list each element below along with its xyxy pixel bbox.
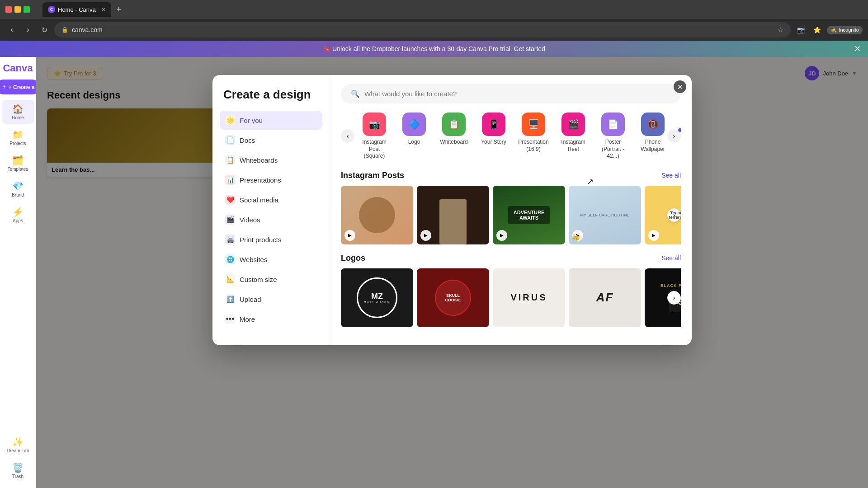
close-window-button[interactable] [5,6,12,13]
whiteboards-label: Whiteboards [240,156,278,164]
modal-nav-custom-size[interactable]: 📐 Custom size [220,270,322,289]
logos-see-all-button[interactable]: See all [661,254,681,262]
modal-nav-more[interactable]: ••• More [220,310,322,328]
minimize-window-button[interactable] [14,6,21,13]
camera-icon[interactable]: 📷 [794,23,807,36]
modal-overlay[interactable]: ✕ Create a design 🌟 For you 📄 Docs 📋 Whi [36,57,868,488]
websites-label: Websites [240,256,267,263]
tab-favicon: C [48,6,55,13]
quick-icon-instagram-square[interactable]: 📷 Instagram Post (Square) [354,113,394,160]
template-card-ig4[interactable]: MY SELF CARE ROUTINE ▶ 👑 [569,186,641,244]
sidebar-item-brand[interactable]: 💎 Brand [2,177,34,201]
template-card-ig3[interactable]: ADVENTUREAWAITS ▶ [493,186,565,244]
sidebar-item-projects[interactable]: 📁 Projects [2,126,34,150]
card-img-logo2: SKULLCOOKIE [417,268,489,327]
modal-nav-videos[interactable]: 🎬 Videos [220,210,322,229]
logos-header: Logos See all [341,253,681,263]
template-card-ig5[interactable]: Try out ourterrarium kit ▶ [645,186,681,244]
new-tab-button[interactable]: + [113,4,125,15]
bookmark-icon[interactable]: ☆ [778,26,783,33]
whiteboard-label: Whiteboard [440,139,467,146]
maximize-window-button[interactable] [24,6,30,13]
template-card-logo4[interactable]: AF [569,268,641,327]
play-button-ig3[interactable]: ▶ [496,230,507,241]
instagram-posts-see-all-button[interactable]: See all [661,172,681,179]
whiteboard-icon: 📋 [442,113,466,136]
back-button[interactable]: ‹ [5,23,18,36]
sidebar-projects-label: Projects [9,141,26,146]
sidebar-apps-label: Apps [13,218,23,223]
template-card-ig2[interactable]: ▶ [417,186,489,244]
modal-nav-print[interactable]: 🖨️ Print products [220,230,322,249]
forward-button[interactable]: › [22,23,34,36]
address-bar[interactable]: 🔒 canva.com ☆ [54,22,791,38]
modal-nav-websites[interactable]: 🌐 Websites [220,250,322,269]
modal-nav-presentations[interactable]: 📊 Presentations [220,170,322,189]
logos-section: Logos See all MZ MATT ZHANG [341,253,681,327]
quick-icon-presentation[interactable]: 🖥️ Presentation (16:9) [514,113,553,160]
modal-nav-docs[interactable]: 📄 Docs [220,131,322,150]
quick-icon-whiteboard[interactable]: 📋 Whiteboard [434,113,474,160]
sidebar-item-home[interactable]: 🏠 Home [2,100,34,124]
template-card-logo1[interactable]: MZ MATT ZHANG [341,268,413,327]
websites-icon: 🌐 [225,254,235,264]
quick-icons-row: ‹ 📷 Instagram Post (Square) 🔷 [341,113,681,160]
modal-nav-whiteboards[interactable]: 📋 Whiteboards [220,150,322,169]
tab-close-icon[interactable]: ✕ [101,6,106,13]
sidebar-brand-label: Brand [12,192,24,197]
logos-scroll-right-button[interactable]: › [667,291,681,305]
quick-icons-next-button[interactable]: › [667,129,681,143]
lock-icon: 🔒 [61,27,68,33]
refresh-button[interactable]: ↻ [38,23,51,36]
active-tab[interactable]: C Home - Canva ✕ [42,2,111,17]
videos-icon: 🎬 [225,215,235,225]
modal-nav-upload[interactable]: ⬆️ Upload [220,290,322,309]
brand-icon: 💎 [12,181,24,192]
template-card-logo3[interactable]: VIRUS [493,268,565,327]
quick-icon-instagram-reel[interactable]: 🎬 Instagram Reel [553,113,593,160]
quick-icon-logo[interactable]: 🔷 Logo [394,113,434,160]
nav-icons: 📷 ⭐ 🕵️ Incognito [794,23,863,36]
modal-nav-social-media[interactable]: ❤️ Social media [220,190,322,209]
sidebar-item-templates[interactable]: 🗂️ Templates [2,151,34,175]
sidebar-item-apps[interactable]: ⚡ Apps [2,203,34,227]
sidebar-item-trash[interactable]: 🗑️ Trash [2,459,34,483]
modal-nav-for-you[interactable]: 🌟 For you [220,111,322,130]
sidebar-templates-label: Templates [8,167,28,172]
template-card-ig1[interactable]: ▶ [341,186,413,244]
modal-title: Create a design [220,88,322,102]
logo-icon: 🔷 [402,113,426,136]
sidebar-dreamlab-label: Dream Lab [7,448,29,453]
bookmark-star-icon[interactable]: ⭐ [811,23,823,36]
card-img-logo1: MZ MATT ZHANG [341,268,413,327]
presentations-label: Presentations [240,176,281,184]
quick-icons-prev-button[interactable]: ‹ [341,129,354,143]
for-you-icon: 🌟 [225,115,235,125]
quick-icon-phone-wallpaper[interactable]: 📵 Phone Wallpaper [633,113,667,160]
template-card-logo2[interactable]: SKULLCOOKIE [417,268,489,327]
docs-icon: 📄 [225,135,235,145]
projects-icon: 📁 [12,129,24,140]
custom-size-label: Custom size [240,276,277,283]
play-button-ig1[interactable]: ▶ [344,230,355,241]
crown-badge-ig4: 👑 [572,234,580,241]
banner-close-button[interactable]: ✕ [854,44,861,54]
play-button-ig2[interactable]: ▶ [420,230,431,241]
url-text: canva.com [72,26,103,33]
sidebar-item-dreamlab[interactable]: ✨ Dream Lab [2,433,34,457]
logo-label: Logo [408,139,420,146]
more-label: More [240,315,255,323]
play-button-ig5[interactable]: ▶ [648,230,659,241]
tab-bar: C Home - Canva ✕ + [37,1,863,18]
modal-close-button[interactable]: ✕ [674,80,686,93]
main-area: Canva ＋ + Create a 🏠 Home 📁 Projects 🗂️ … [0,57,868,488]
quick-icon-poster[interactable]: 📄 Poster (Portrait - 42...) [593,113,633,160]
your-story-icon: 📱 [482,113,505,136]
search-bar[interactable]: 🔍 [341,84,681,103]
create-design-button[interactable]: ＋ + Create a [0,80,40,94]
instagram-reel-icon: 🎬 [561,113,585,136]
window-controls [5,6,30,13]
quick-icon-your-story[interactable]: 📱 Your Story [474,113,514,160]
search-input[interactable] [364,90,671,98]
dreamlab-icon: ✨ [12,436,24,447]
